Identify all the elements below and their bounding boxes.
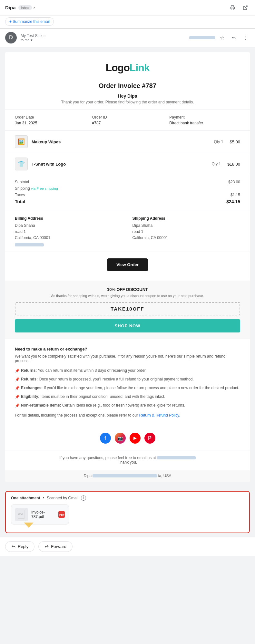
pinterest-icon[interactable]: P: [144, 433, 155, 444]
return-icon-4: 📌: [15, 394, 20, 400]
shipping-row: Shipping via Free shipping: [15, 186, 240, 191]
product-img-1: 🖼️: [15, 135, 28, 148]
shipping-address-label: Shipping Address: [132, 216, 240, 221]
scanned-by-gmail-text: Scanned by Gmail: [47, 496, 78, 500]
invoice-greeting: Hey Dipa Thank you for your order. Pleas…: [5, 91, 250, 110]
product-qty-2: Qty 1: [212, 162, 221, 166]
svg-text:PDF: PDF: [18, 513, 23, 515]
taxes-row: Taxes $1.15: [15, 193, 240, 197]
facebook-icon[interactable]: f: [100, 433, 111, 444]
email-header-actions: ☆ ⋮: [189, 33, 250, 42]
open-in-new-icon[interactable]: [241, 3, 250, 12]
email-meta: My Test Site ··· to me ▾: [21, 33, 189, 42]
billing-address-redacted: [15, 243, 44, 246]
email-content: LogoLink Order Invoice #787 Hey Dipa Tha…: [0, 47, 255, 487]
youtube-icon[interactable]: ▶: [130, 433, 141, 444]
return-title: Need to make a return or exchange?: [15, 347, 240, 351]
email-to[interactable]: to me ▾: [21, 38, 189, 42]
order-id-label: Order ID: [92, 115, 163, 120]
social-section: f 📷 ▶ P: [5, 426, 250, 450]
shipping-label: Shipping via Free shipping: [15, 186, 58, 191]
total-label: Total: [15, 199, 25, 204]
email-subject-title: Dipa: [5, 5, 16, 10]
reply-icon[interactable]: [229, 33, 238, 42]
logo: LogoLink: [12, 62, 243, 74]
attachment-info: Invoice-787.pdf: [31, 510, 55, 519]
billing-address-col: Billing Address Dipa Shaha road 1 Califo…: [15, 216, 123, 246]
inbox-badge: Inbox: [18, 5, 32, 10]
product-name-1: Makeup Wipes: [32, 139, 214, 144]
forward-button[interactable]: Forward: [38, 541, 73, 552]
social-icons: f 📷 ▶ P: [15, 433, 240, 444]
order-date-value: Jan 31, 2025: [15, 121, 86, 125]
sender-info-redacted: [93, 474, 157, 477]
return-icon-1: 📌: [15, 368, 20, 374]
product-img-2: 👕: [15, 158, 28, 170]
shop-now-button[interactable]: SHOP NOW: [15, 319, 240, 332]
svg-marker-6: [24, 523, 34, 528]
view-order-button[interactable]: View Order: [107, 258, 148, 271]
svg-rect-0: [231, 8, 234, 10]
return-item-refunds: 📌 Refunds: Once your return is processed…: [15, 376, 240, 382]
greeting-text: Thank you for your order. Please find fo…: [15, 100, 240, 104]
top-bar: Dipa Inbox ×: [0, 0, 255, 15]
footer-email-address-redacted: [157, 456, 196, 459]
product-price-2: $18.00: [227, 162, 240, 167]
instagram-icon[interactable]: 📷: [115, 433, 126, 444]
email-date-redacted: [189, 36, 215, 39]
forward-arrow-icon: [44, 544, 49, 549]
order-id-col: Order ID #787: [92, 115, 163, 125]
order-date-col: Order Date Jan 31, 2025: [15, 115, 86, 125]
invoice-title: Order Invoice #787: [12, 82, 243, 90]
payment-label: Payment: [169, 115, 240, 120]
print-icon[interactable]: [228, 3, 237, 12]
return-section: Need to make a return or exchange? We wa…: [5, 339, 250, 426]
footer-thank-you: Thank you.: [118, 460, 137, 465]
more-options-icon[interactable]: ⋮: [241, 33, 250, 42]
sender-footer: Dipa ia, USA: [5, 470, 250, 482]
subtotal-row: Subtotal $23.00: [15, 180, 240, 184]
return-item-non-returnable: 📌 Non-returnable Items: Certain items li…: [15, 402, 240, 409]
logo-black: Logo: [106, 62, 130, 73]
subtotal-label: Subtotal: [15, 180, 29, 184]
return-icon-5: 📌: [15, 403, 20, 409]
attachment-count: One attachment: [11, 496, 40, 500]
info-icon[interactable]: i: [81, 495, 86, 501]
return-icon-2: 📌: [15, 377, 20, 382]
view-order-section: View Order: [5, 252, 250, 281]
attachment-file[interactable]: PDF Invoice-787.pdf PDF: [11, 505, 69, 524]
svg-text:PDF: PDF: [59, 514, 64, 516]
subtotal-value: $23.00: [228, 180, 240, 184]
close-badge[interactable]: ×: [33, 6, 35, 10]
attachment-thumbnail: PDF: [15, 508, 28, 521]
logo-section: LogoLink: [5, 52, 250, 79]
reply-button[interactable]: Reply: [5, 541, 34, 552]
billing-address-text: Dipa Shaha road 1 California, CA 00001: [15, 223, 123, 241]
billing-address-label: Billing Address: [15, 216, 123, 221]
star-icon[interactable]: ☆: [218, 33, 227, 42]
shipping-address-text: Dipa Shaha road 1 California, CA 00001: [132, 223, 240, 241]
return-item-exchanges: 📌 Exchanges: If you'd like to exchange y…: [15, 385, 240, 391]
total-row: Total $24.15: [15, 199, 240, 204]
shipping-address-col: Shipping Address Dipa Shaha road 1 Calif…: [132, 216, 240, 246]
attachment-header: One attachment • Scanned by Gmail i: [11, 495, 244, 501]
svg-line-1: [245, 6, 247, 8]
return-policy-link[interactable]: Return & Refund Policy.: [139, 413, 180, 418]
summarize-button[interactable]: + Summarize this email: [5, 17, 54, 26]
attachment-decoration: [24, 523, 34, 528]
payment-value: Direct bank transfer: [169, 121, 240, 125]
return-item-eligibility: 📌 Eligibility: Items must be in their or…: [15, 394, 240, 400]
summarize-bar: + Summarize this email: [0, 15, 255, 29]
reply-forward-bar: Reply Forward: [0, 537, 255, 556]
reply-arrow-icon: [11, 544, 16, 549]
invoice-card: LogoLink Order Invoice #787 Hey Dipa Tha…: [5, 52, 250, 482]
attachment-filename: Invoice-787.pdf: [31, 510, 55, 519]
footer-email-section: If you have any questions, please feel f…: [5, 450, 250, 470]
product-price-1: $5.00: [230, 139, 240, 144]
invoice-title-section: Order Invoice #787: [5, 79, 250, 91]
order-id-value: #787: [92, 121, 163, 125]
attachment-section: One attachment • Scanned by Gmail i PDF …: [5, 491, 250, 533]
pdf-icon: PDF: [58, 511, 65, 518]
address-section: Billing Address Dipa Shaha road 1 Califo…: [5, 211, 250, 252]
product-name-2: T-Shirt with Logo: [32, 162, 212, 167]
